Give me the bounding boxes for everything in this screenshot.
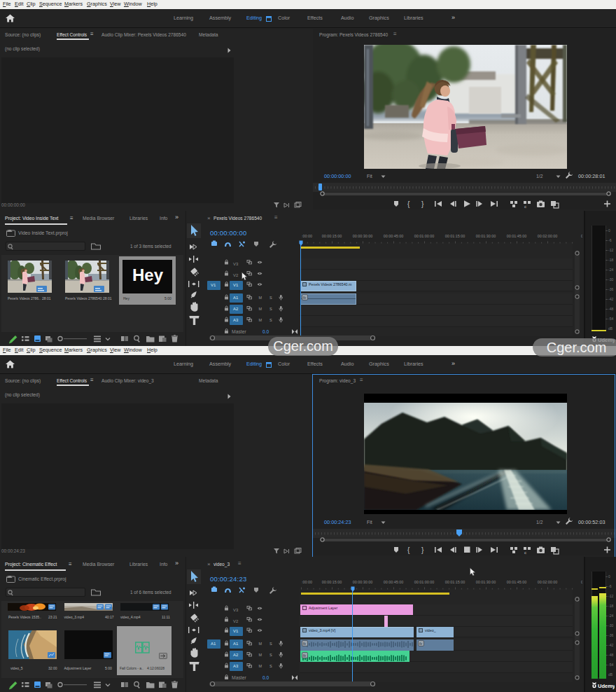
svg-text:{: { [407, 200, 410, 208]
svg-text:S: S [270, 664, 272, 668]
svg-text:00:02:00:00: 00:02:00:00 [538, 580, 557, 584]
svg-text:M: M [259, 318, 262, 322]
svg-text:00:01:45:00: 00:01:45:00 [507, 234, 526, 238]
svg-text:S: S [270, 642, 272, 646]
svg-text:00:01:30:00: 00:01:30:00 [476, 234, 496, 238]
svg-text:c: c [524, 205, 526, 209]
svg-text:00:01:15:00: 00:01:15:00 [445, 580, 465, 584]
svg-text:fx: fx [419, 642, 423, 646]
svg-text:00:02: 00:02 [581, 580, 582, 584]
svg-text:S: S [270, 307, 272, 311]
svg-text:00:01:00:00: 00:01:00:00 [414, 234, 434, 238]
svg-text:M: M [259, 664, 262, 668]
svg-text:00:00:45:00: 00:00:45:00 [384, 580, 403, 584]
svg-text:00:00:30:00: 00:00:30:00 [353, 580, 372, 584]
svg-text:M: M [259, 653, 262, 657]
svg-text:00:00:15:00: 00:00:15:00 [322, 580, 342, 584]
svg-text:fx: fx [303, 642, 307, 646]
svg-text:M: M [259, 307, 262, 311]
svg-text:00:02: 00:02 [581, 234, 582, 238]
svg-text:M: M [259, 642, 262, 646]
svg-text:Udemy: Udemy [598, 683, 615, 689]
svg-text:00:01:00:00: 00:01:00:00 [414, 580, 434, 584]
svg-text:00:01:15:00: 00:01:15:00 [445, 234, 465, 238]
svg-text::00:00: :00:00 [302, 580, 312, 584]
svg-text:00:01:30:00: 00:01:30:00 [476, 580, 496, 584]
svg-text:00:02:00:00: 00:02:00:00 [538, 234, 557, 238]
svg-text:S: S [270, 296, 272, 300]
svg-text:}: } [421, 200, 424, 208]
svg-text:00:01:45:00: 00:01:45:00 [507, 580, 526, 584]
svg-text::00:00: :00:00 [302, 234, 312, 238]
svg-text:S: S [270, 318, 272, 322]
svg-text:00:00:45:00: 00:00:45:00 [384, 234, 403, 238]
svg-text:00:00:15:00: 00:00:15:00 [322, 234, 342, 238]
svg-text:M: M [259, 296, 262, 300]
svg-text:S: S [270, 653, 272, 657]
svg-text:00:00:30:00: 00:00:30:00 [353, 234, 372, 238]
svg-text:fx: fx [303, 296, 307, 300]
svg-text:fx: fx [303, 653, 307, 658]
